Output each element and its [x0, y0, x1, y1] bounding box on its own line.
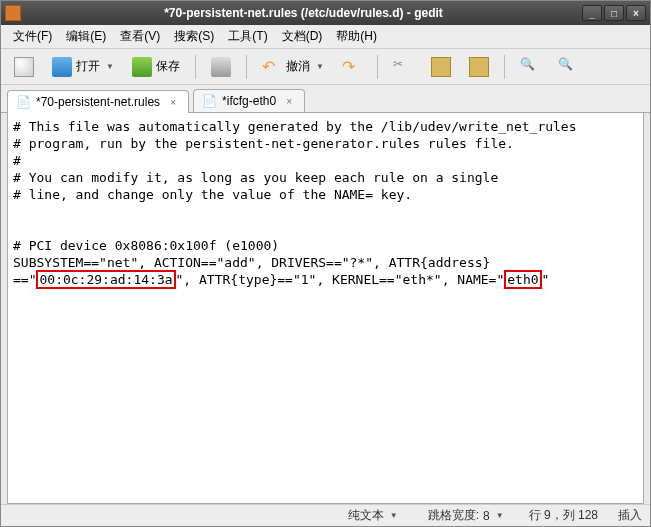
tab-width-selector[interactable]: 跳格宽度: 8▼ — [423, 505, 509, 526]
separator — [195, 55, 196, 79]
redo-button[interactable]: ↷ — [335, 52, 369, 82]
titlebar[interactable]: *70-persistent-net.rules (/etc/udev/rule… — [1, 1, 650, 25]
open-icon — [52, 57, 72, 77]
cursor-position: 行 9，列 128 — [529, 507, 598, 524]
tab-ifcfg-eth0[interactable]: 📄 *ifcfg-eth0 × — [193, 89, 305, 112]
paste-icon — [469, 57, 489, 77]
menu-file[interactable]: 文件(F) — [7, 26, 58, 47]
application-window: *70-persistent-net.rules (/etc/udev/rule… — [0, 0, 651, 527]
save-label: 保存 — [156, 58, 180, 75]
file-icon: 📄 — [16, 95, 30, 109]
cut-button[interactable]: ✂ — [386, 52, 420, 82]
file-icon: 📄 — [202, 94, 216, 108]
menu-search[interactable]: 搜索(S) — [168, 26, 220, 47]
tab-label: *70-persistent-net.rules — [36, 95, 160, 109]
print-icon — [211, 57, 231, 77]
menu-tools[interactable]: 工具(T) — [222, 26, 273, 47]
menu-edit[interactable]: 编辑(E) — [60, 26, 112, 47]
undo-icon: ↶ — [262, 57, 282, 77]
tab-close-button[interactable]: × — [282, 94, 296, 108]
minimize-button[interactable]: _ — [582, 5, 602, 21]
cut-icon: ✂ — [393, 57, 413, 77]
print-button[interactable] — [204, 52, 238, 82]
tabbar: 📄 *70-persistent-net.rules × 📄 *ifcfg-et… — [1, 85, 650, 113]
highlighted-interface-name: eth0 — [504, 270, 541, 289]
redo-icon: ↷ — [342, 57, 362, 77]
save-button[interactable]: 保存 — [125, 52, 187, 82]
menu-help[interactable]: 帮助(H) — [330, 26, 383, 47]
syntax-mode-selector[interactable]: 纯文本▼ — [343, 505, 403, 526]
tab-70-persistent-net-rules[interactable]: 📄 *70-persistent-net.rules × — [7, 90, 189, 113]
statusbar: 纯文本▼ 跳格宽度: 8▼ 行 9，列 128 插入 — [1, 504, 650, 526]
separator — [377, 55, 378, 79]
tab-close-button[interactable]: × — [166, 95, 180, 109]
separator — [504, 55, 505, 79]
find-icon: 🔍 — [520, 57, 540, 77]
undo-button[interactable]: ↶撤消▼ — [255, 52, 331, 82]
find-button[interactable]: 🔍 — [513, 52, 547, 82]
maximize-button[interactable]: □ — [604, 5, 624, 21]
open-label: 打开 — [76, 58, 100, 75]
open-dropdown-icon[interactable]: ▼ — [106, 62, 114, 71]
text-editor[interactable]: # This file was automatically generated … — [7, 113, 644, 504]
window-title: *70-persistent-net.rules (/etc/udev/rule… — [27, 6, 580, 20]
replace-icon: 🔍 — [558, 57, 578, 77]
chevron-down-icon: ▼ — [390, 511, 398, 520]
menubar: 文件(F) 编辑(E) 查看(V) 搜索(S) 工具(T) 文档(D) 帮助(H… — [1, 25, 650, 49]
app-icon — [5, 5, 21, 21]
menu-view[interactable]: 查看(V) — [114, 26, 166, 47]
new-button[interactable] — [7, 52, 41, 82]
paste-button[interactable] — [462, 52, 496, 82]
highlighted-mac-address: 00:0c:29:ad:14:3a — [36, 270, 175, 289]
new-file-icon — [14, 57, 34, 77]
undo-label: 撤消 — [286, 58, 310, 75]
toolbar: 打开▼ 保存 ↶撤消▼ ↷ ✂ 🔍 🔍 — [1, 49, 650, 85]
tab-label: *ifcfg-eth0 — [222, 94, 276, 108]
save-icon — [132, 57, 152, 77]
copy-icon — [431, 57, 451, 77]
replace-button[interactable]: 🔍 — [551, 52, 585, 82]
undo-dropdown-icon[interactable]: ▼ — [316, 62, 324, 71]
menu-documents[interactable]: 文档(D) — [276, 26, 329, 47]
open-button[interactable]: 打开▼ — [45, 52, 121, 82]
chevron-down-icon: ▼ — [496, 511, 504, 520]
close-button[interactable]: × — [626, 5, 646, 21]
insert-mode: 插入 — [618, 507, 642, 524]
separator — [246, 55, 247, 79]
copy-button[interactable] — [424, 52, 458, 82]
